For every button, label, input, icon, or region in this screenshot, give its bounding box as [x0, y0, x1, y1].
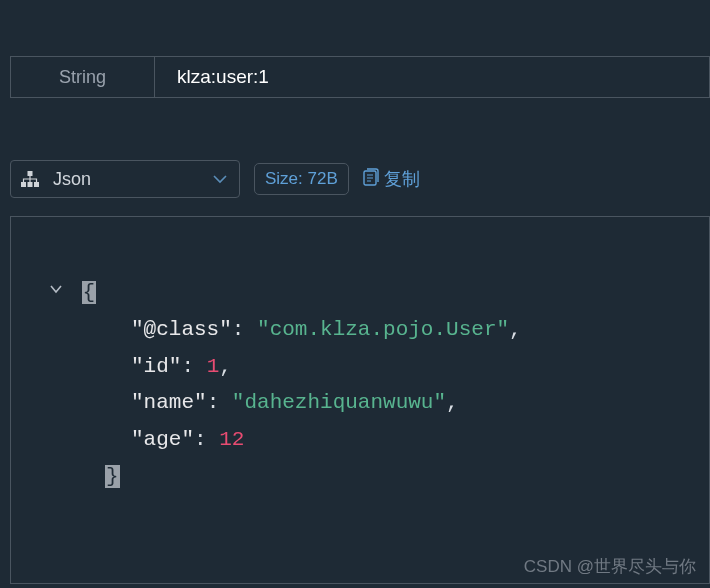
- key-row: String: [10, 56, 710, 98]
- copy-button[interactable]: 复制: [363, 167, 420, 191]
- svg-rect-2: [28, 182, 33, 187]
- json-line: "@class": "com.klza.pojo.User",: [49, 312, 689, 349]
- json-line: "age": 12: [49, 422, 689, 459]
- key-input[interactable]: [155, 57, 709, 97]
- sitemap-icon: [21, 171, 39, 187]
- close-brace: }: [105, 465, 120, 488]
- svg-rect-3: [34, 182, 39, 187]
- json-line: "name": "dahezhiquanwuwu",: [49, 385, 689, 422]
- json-line: "id": 1,: [49, 349, 689, 386]
- size-label: Size: 72B: [265, 169, 338, 188]
- svg-rect-0: [28, 171, 33, 176]
- copy-label: 复制: [384, 167, 420, 191]
- view-mode-select[interactable]: Json: [10, 160, 240, 198]
- toolbar: Json Size: 72B 复制: [10, 160, 710, 198]
- chevron-down-icon: [213, 171, 227, 187]
- json-line-close: }: [49, 459, 689, 496]
- copy-icon: [363, 168, 379, 191]
- open-brace: {: [82, 281, 97, 304]
- type-tab[interactable]: String: [11, 57, 155, 97]
- json-editor[interactable]: { "@class": "com.klza.pojo.User", "id": …: [10, 216, 710, 584]
- view-mode-label: Json: [53, 169, 91, 190]
- svg-rect-1: [21, 182, 26, 187]
- size-badge: Size: 72B: [254, 163, 349, 195]
- collapse-toggle-icon[interactable]: [49, 284, 63, 296]
- json-line-open: {: [49, 275, 689, 312]
- type-label: String: [59, 67, 106, 88]
